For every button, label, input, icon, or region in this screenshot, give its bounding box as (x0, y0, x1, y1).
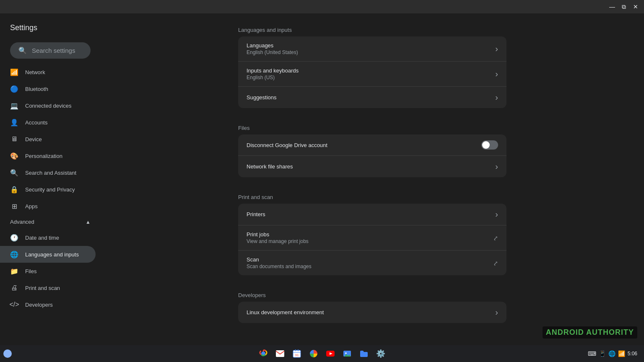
palette-icon: 🎨 (10, 152, 18, 160)
code-icon: </> (10, 300, 18, 309)
taskbar-gmail[interactable] (273, 346, 288, 361)
developers-card: Linux development environment (238, 302, 506, 323)
print-jobs-row[interactable]: Print jobs View and manage print jobs ⤤ (238, 225, 506, 251)
sidebar-item-files[interactable]: 📁 Files (0, 263, 96, 279)
inputs-keyboards-row-left: Inputs and keyboards English (US) (247, 67, 299, 80)
disconnect-google-drive-toggle[interactable] (481, 140, 498, 150)
section-title-files: Files (238, 118, 506, 134)
printers-row[interactable]: Printers (238, 204, 506, 225)
print-scan-card: Printers Print jobs View and manage prin… (238, 204, 506, 275)
sidebar-item-accounts[interactable]: 👤 Accounts (0, 114, 96, 131)
print-jobs-right: ⤤ (493, 235, 498, 241)
suggestions-row[interactable]: Suggestions (238, 87, 506, 108)
sidebar-item-print-scan[interactable]: 🖨 Print and scan (0, 279, 96, 296)
print-jobs-left: Print jobs View and manage print jobs (247, 231, 309, 244)
print-icon: 🖨 (10, 284, 18, 292)
search-assistant-icon: 🔍 (10, 168, 18, 177)
advanced-label: Advanced (10, 219, 34, 225)
sidebar-item-security-privacy[interactable]: 🔒 Security and Privacy (0, 181, 96, 198)
network-file-shares-row[interactable]: Network file shares (238, 156, 506, 177)
scan-right: ⤤ (493, 260, 498, 266)
taskbar-photos[interactable] (340, 346, 355, 361)
sidebar-label-files: Files (25, 268, 36, 274)
printers-chevron-icon (495, 209, 498, 219)
languages-row-left: Languages English (United States) (247, 42, 298, 55)
linux-dev-left: Linux development environment (247, 309, 324, 315)
advanced-section-header[interactable]: Advanced ▲ (0, 215, 101, 229)
taskbar-photos-app[interactable] (306, 346, 321, 361)
disconnect-google-drive-right (481, 140, 498, 150)
taskbar: 31 ⚙️ ⌨ 📱 🌐 📶 5:06 (0, 345, 644, 362)
close-button[interactable]: ✕ (631, 2, 641, 12)
watermark-text2: AUTHORITY (584, 328, 634, 336)
sidebar-item-personalization[interactable]: 🎨 Personalization (0, 147, 96, 164)
languages-row-right (495, 44, 498, 54)
sidebar-label-network: Network (25, 69, 45, 75)
search-bar[interactable]: 🔍 (10, 42, 91, 59)
print-jobs-sub: View and manage print jobs (247, 238, 309, 244)
sidebar-item-apps[interactable]: ⊞ Apps (0, 198, 96, 215)
printers-title: Printers (247, 211, 265, 217)
device-icon: 🖥 (10, 135, 18, 143)
scan-row[interactable]: Scan Scan documents and images ⤤ (238, 251, 506, 275)
inputs-keyboards-row[interactable]: Inputs and keyboards English (US) (238, 62, 506, 87)
minimize-button[interactable]: — (607, 2, 617, 12)
sidebar-item-bluetooth[interactable]: 🔵 Bluetooth (0, 80, 96, 97)
sidebar-label-device: Device (25, 136, 42, 142)
taskbar-calendar[interactable]: 31 (289, 346, 304, 361)
taskbar-youtube[interactable] (323, 346, 338, 361)
sidebar-item-network[interactable]: 📶 Network (0, 64, 96, 80)
linux-dev-row[interactable]: Linux development environment (238, 302, 506, 323)
search-input[interactable] (32, 47, 82, 54)
sidebar-item-developers[interactable]: </> Developers (0, 296, 96, 313)
section-title-developers: Developers (238, 285, 506, 302)
network-file-shares-chevron-icon (495, 162, 498, 171)
sidebar-item-search-assistant[interactable]: 🔍 Search and Assistant (0, 164, 96, 181)
inputs-keyboards-row-right (495, 69, 498, 79)
network-file-shares-title: Network file shares (247, 163, 293, 170)
linux-dev-title: Linux development environment (247, 309, 324, 315)
launcher-dot[interactable] (3, 349, 12, 358)
scan-left: Scan Scan documents and images (247, 256, 312, 269)
languages-row[interactable]: Languages English (United States) (238, 36, 506, 62)
svg-point-10 (345, 352, 347, 354)
account-icon: 👤 (10, 118, 18, 127)
taskbar-chrome[interactable] (256, 346, 271, 361)
sidebar-label-connected-devices: Connected devices (25, 103, 72, 109)
folder-icon: 📁 (10, 267, 18, 275)
disconnect-google-drive-title: Disconnect Google Drive account (247, 142, 327, 148)
svg-rect-4 (295, 349, 296, 351)
sidebar-label-search-assistant: Search and Assistant (25, 170, 76, 176)
network-file-shares-right (495, 162, 498, 171)
suggestions-chevron-icon (495, 93, 498, 102)
sidebar-item-connected-devices[interactable]: 💻 Connected devices (0, 97, 96, 114)
languages-inputs-card: Languages English (United States) Inputs… (238, 36, 506, 108)
sidebar-label-bluetooth: Bluetooth (25, 86, 48, 92)
scan-sub: Scan documents and images (247, 264, 312, 269)
sidebar-item-device[interactable]: 🖥 Device (0, 131, 96, 147)
advanced-chevron-icon: ▲ (86, 219, 91, 225)
maximize-button[interactable]: ⧉ (619, 2, 629, 12)
security-icon: 🔒 (10, 185, 18, 194)
title-bar: — ⧉ ✕ (0, 0, 644, 13)
wifi-icon: 📶 (10, 68, 18, 76)
sidebar-label-security-privacy: Security and Privacy (25, 186, 75, 193)
disconnect-google-drive-row[interactable]: Disconnect Google Drive account (238, 134, 506, 156)
taskbar-settings-app[interactable]: ⚙️ (373, 346, 388, 361)
sidebar-label-personalization: Personalization (25, 153, 62, 159)
sidebar-label-languages-inputs: Languages and inputs (25, 251, 79, 258)
inputs-keyboards-sub: English (US) (247, 75, 299, 80)
sidebar-item-languages-inputs[interactable]: 🌐 Languages and inputs (0, 246, 96, 263)
content-inner: Languages and inputs Languages English (… (238, 13, 506, 340)
taskbar-files[interactable] (356, 346, 371, 361)
sidebar-label-apps: Apps (25, 203, 38, 209)
sidebar-item-date-time[interactable]: 🕐 Date and time (0, 229, 96, 246)
system-launcher (3, 345, 12, 362)
watermark-text1: ANDROID (546, 328, 584, 336)
inputs-keyboards-title: Inputs and keyboards (247, 67, 299, 74)
printers-right (495, 209, 498, 219)
tablet-icon: 📱 (599, 350, 606, 357)
network-file-shares-left: Network file shares (247, 163, 293, 170)
globe-icon: 🌐 (10, 250, 18, 259)
search-icon: 🔍 (18, 47, 27, 54)
